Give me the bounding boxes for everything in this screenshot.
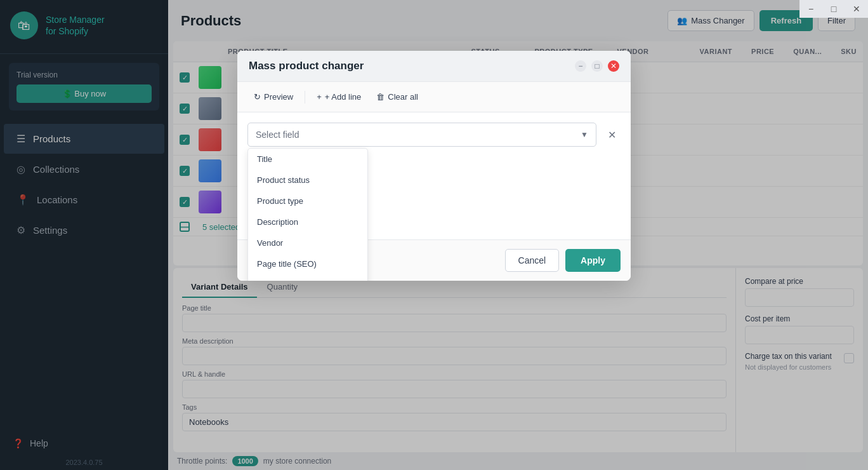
preview-button[interactable]: ↻ Preview	[247, 88, 299, 105]
field-dropdown-list: Title Product status Product type Descri…	[247, 148, 368, 281]
select-field-placeholder: Select field	[256, 130, 299, 140]
modal-toolbar: ↻ Preview + + Add line 🗑 Clear all	[237, 82, 631, 112]
cancel-button[interactable]: Cancel	[505, 249, 560, 272]
minimize-button[interactable]: −	[799, 0, 822, 18]
clear-all-button[interactable]: 🗑 Clear all	[370, 88, 424, 105]
close-button[interactable]: ✕	[845, 0, 868, 18]
trash-icon: 🗑	[376, 92, 385, 102]
modal-minimize-button[interactable]: −	[575, 60, 586, 72]
dropdown-item-product-status[interactable]: Product status	[248, 170, 367, 191]
modal-window-controls: − □ ✕	[575, 60, 619, 72]
add-icon: +	[317, 92, 322, 102]
dropdown-item-page-title-seo[interactable]: Page title (SEO)	[248, 253, 367, 274]
apply-button[interactable]: Apply	[565, 249, 621, 272]
modal-overlay: Mass product changer − □ ✕ ↻ Preview + +…	[0, 0, 868, 470]
modal-header: Mass product changer − □ ✕	[237, 51, 631, 82]
preview-icon: ↻	[254, 92, 261, 102]
field-select-row: Select field ▼ ✕	[247, 123, 621, 147]
modal-body: Select field ▼ ✕ Title Product status Pr…	[237, 112, 631, 239]
select-field-dropdown[interactable]: Select field ▼	[247, 123, 596, 147]
toolbar-divider	[305, 91, 305, 104]
dropdown-item-description[interactable]: Description	[248, 211, 367, 232]
dropdown-item-meta-description-seo[interactable]: Meta description (SEO)	[248, 274, 367, 281]
modal-title: Mass product changer	[249, 60, 364, 72]
chevron-down-icon: ▼	[581, 130, 588, 139]
mass-changer-modal: Mass product changer − □ ✕ ↻ Preview + +…	[237, 51, 631, 281]
field-clear-button[interactable]: ✕	[603, 126, 621, 144]
add-line-button[interactable]: + + Add line	[310, 88, 367, 105]
dropdown-item-product-type[interactable]: Product type	[248, 191, 367, 211]
maximize-button[interactable]: □	[822, 0, 845, 18]
modal-maximize-button[interactable]: □	[591, 60, 603, 72]
dropdown-item-title[interactable]: Title	[248, 149, 367, 170]
dropdown-item-vendor[interactable]: Vendor	[248, 232, 367, 253]
modal-close-button[interactable]: ✕	[608, 60, 619, 72]
